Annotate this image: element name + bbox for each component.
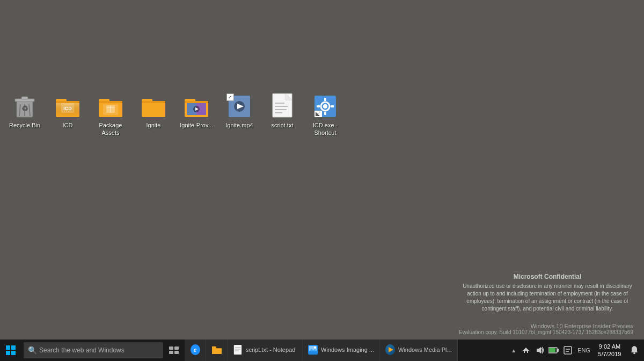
notepad-icon xyxy=(233,345,243,355)
svg-rect-15 xyxy=(99,101,122,103)
svg-rect-55 xyxy=(169,351,173,354)
desktop-icon-script-txt[interactable]: script.txt xyxy=(263,91,302,131)
svg-marker-67 xyxy=(537,347,541,353)
build-text: Evaluation copy. Build 10107.fbl_mgmt.15… xyxy=(459,329,633,335)
desktop: ♻ Recycle Bin ICD xyxy=(0,0,644,340)
icd-shortcut-icon xyxy=(312,93,338,119)
desktop-icon-ignite-prov[interactable]: Ignite-Prov... xyxy=(177,91,216,131)
desktop-icon-ignite-mp4[interactable]: ✓ Ignite.mp4 xyxy=(220,91,259,131)
ignite-prov-label: Ignite-Prov... xyxy=(180,121,213,129)
desktop-icon-ignite[interactable]: Ignite xyxy=(134,91,173,131)
icd-folder-icon: ICD xyxy=(55,93,80,119)
windows-logo-icon xyxy=(6,345,16,355)
taskbar-app-windows-imaging[interactable]: Windows Imaging ... xyxy=(303,340,380,361)
taskbar-app-wmp[interactable]: Windows Media Pl... xyxy=(380,340,458,361)
ignite-mp4-label: Ignite.mp4 xyxy=(225,121,253,129)
taskbar-apps: e script.txt - Notepad xyxy=(185,340,509,361)
svg-rect-70 xyxy=(549,348,555,352)
svg-rect-25 xyxy=(185,101,208,103)
svg-rect-47 xyxy=(317,105,320,107)
svg-rect-53 xyxy=(169,346,173,350)
ie-icon: e xyxy=(191,345,200,355)
taskbar: 🔍 Search the web and Windows e xyxy=(0,340,644,361)
svg-rect-45 xyxy=(324,98,326,101)
ignite-mp4-icon: ✓ xyxy=(226,93,252,119)
confidential-title: Microsoft Confidential xyxy=(462,273,633,280)
desktop-icon-recycle-bin[interactable]: ♻ Recycle Bin xyxy=(5,91,44,131)
notification-icon xyxy=(631,346,638,355)
script-txt-icon xyxy=(269,93,295,119)
ignite-label: Ignite xyxy=(147,121,161,129)
svg-text:♻: ♻ xyxy=(21,104,28,113)
win-version-text: Windows 10 Enterprise Insider Preview xyxy=(459,323,633,329)
svg-point-66 xyxy=(314,346,316,349)
svg-rect-2 xyxy=(21,97,28,99)
svg-point-44 xyxy=(323,104,327,109)
wmp-label: Windows Media Pl... xyxy=(398,346,452,353)
recycle-bin-icon: ♻ xyxy=(12,93,38,119)
search-placeholder-text: Search the web and Windows xyxy=(39,346,125,354)
desktop-icon-package-assets[interactable]: Package Assets xyxy=(91,91,130,139)
windows-imaging-label: Windows Imaging ... xyxy=(321,346,374,353)
language-indicator[interactable]: ENG xyxy=(575,347,592,353)
svg-text:ICD: ICD xyxy=(63,106,72,111)
notepad-label: script.txt - Notepad xyxy=(246,346,295,353)
watermark-notice: Windows 10 Enterprise Insider Preview Ev… xyxy=(459,323,633,335)
svg-rect-54 xyxy=(174,346,179,350)
script-txt-label: script.txt xyxy=(272,121,294,129)
taskbar-app-explorer[interactable] xyxy=(206,340,228,361)
icd-shortcut-label: ICD.exe - Shortcut xyxy=(308,121,342,137)
package-assets-icon xyxy=(98,93,123,119)
volume-icon[interactable] xyxy=(533,340,546,361)
confidential-notice: Microsoft Confidential Unauthorized use … xyxy=(462,273,633,313)
file-explorer-icon xyxy=(212,345,222,355)
desktop-icons-container: ♻ Recycle Bin ICD xyxy=(5,91,345,139)
svg-rect-56 xyxy=(174,351,179,354)
desktop-icon-icd[interactable]: ICD ICD xyxy=(48,91,87,131)
wmp-icon xyxy=(385,345,395,355)
svg-rect-59 xyxy=(234,345,241,355)
svg-rect-71 xyxy=(564,346,572,354)
tray-expand-button[interactable]: ▲ xyxy=(509,348,518,353)
clock-date: 5/7/2019 xyxy=(598,350,621,358)
ignite-prov-icon xyxy=(184,93,209,119)
action-center-icon[interactable] xyxy=(561,340,574,361)
desktop-icon-icd-shortcut[interactable]: ICD.exe - Shortcut xyxy=(306,91,345,139)
network-icon[interactable] xyxy=(519,340,532,361)
svg-rect-57 xyxy=(212,348,222,354)
svg-rect-10 xyxy=(56,101,79,103)
taskbar-app-notepad[interactable]: script.txt - Notepad xyxy=(228,340,303,361)
notification-button[interactable] xyxy=(627,340,642,361)
battery-icon[interactable] xyxy=(547,340,560,361)
windows-imaging-icon xyxy=(308,345,318,355)
svg-rect-46 xyxy=(324,112,326,115)
svg-rect-48 xyxy=(331,105,334,107)
svg-rect-74 xyxy=(633,352,635,354)
svg-rect-58 xyxy=(212,346,216,349)
confidential-body: Unauthorized use or disclosure in any ma… xyxy=(462,283,633,313)
task-view-icon xyxy=(169,346,179,354)
ignite-icon xyxy=(141,93,166,119)
taskbar-app-ie[interactable]: e xyxy=(185,340,206,361)
search-icon: 🔍 xyxy=(28,346,37,355)
recycle-bin-label: Recycle Bin xyxy=(9,121,40,129)
system-tray: ▲ xyxy=(509,340,644,361)
taskbar-search[interactable]: 🔍 Search the web and Windows xyxy=(24,342,163,358)
clock-time: 9:02 AM xyxy=(599,343,620,350)
svg-rect-69 xyxy=(557,349,559,352)
start-button[interactable] xyxy=(0,340,21,361)
task-view-button[interactable] xyxy=(163,340,185,361)
system-clock[interactable]: 9:02 AM 5/7/2019 xyxy=(594,340,626,361)
svg-rect-20 xyxy=(142,101,165,117)
icd-label: ICD xyxy=(63,121,73,129)
svg-rect-22 xyxy=(142,101,165,103)
package-assets-label: Package Assets xyxy=(93,121,128,137)
